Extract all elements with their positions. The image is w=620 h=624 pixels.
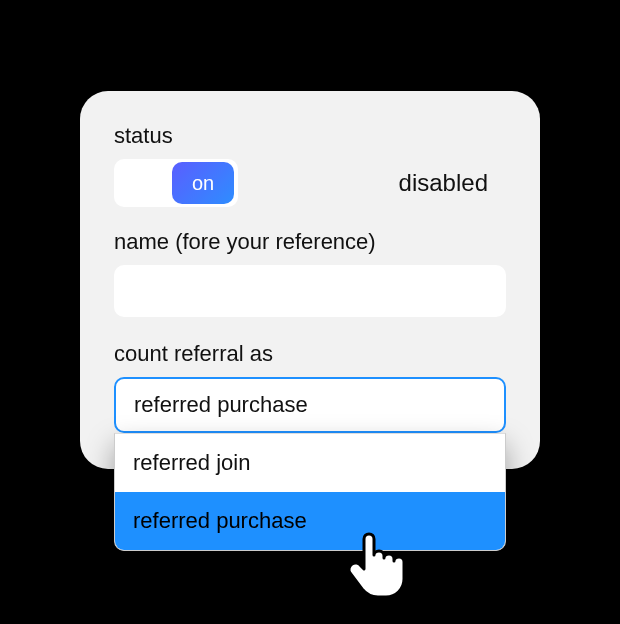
status-row: on disabled: [114, 159, 506, 207]
option-label: referred purchase: [133, 508, 307, 534]
count-referral-label: count referral as: [114, 341, 506, 367]
option-label: referred join: [133, 450, 250, 476]
status-toggle[interactable]: on: [114, 159, 238, 207]
status-label: status: [114, 123, 506, 149]
status-toggle-thumb: on: [172, 162, 234, 204]
name-input[interactable]: [114, 265, 506, 317]
toggle-text: on: [192, 172, 214, 195]
count-referral-select[interactable]: referred purchase: [114, 377, 506, 433]
name-label: name (fore your reference): [114, 229, 506, 255]
select-value: referred purchase: [134, 392, 308, 418]
count-referral-select-wrap: referred purchase referred join referred…: [114, 377, 506, 433]
settings-card: status on disabled name (fore your refer…: [80, 91, 540, 469]
count-referral-dropdown: referred join referred purchase: [114, 433, 506, 551]
dropdown-option-referred-join[interactable]: referred join: [115, 434, 505, 492]
disabled-label: disabled: [399, 169, 488, 197]
dropdown-option-referred-purchase[interactable]: referred purchase: [115, 492, 505, 550]
